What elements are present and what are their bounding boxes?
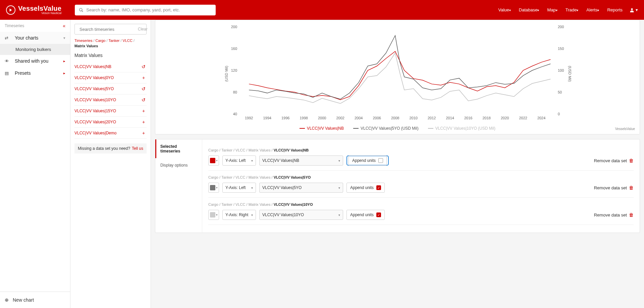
trash-icon: 🗑: [629, 212, 634, 218]
series-item[interactable]: VLCC|VV Values|Demo+: [74, 128, 147, 139]
main-content: 4080120160200050100150200199219941996199…: [151, 20, 644, 308]
series-color-picker[interactable]: ▾: [208, 183, 219, 193]
trash-icon: 🗑: [629, 185, 634, 190]
series-group-title: Matrix Values: [74, 53, 147, 58]
series-label-input[interactable]: VLCC|VV Values|5YO▾: [259, 183, 343, 193]
series-item[interactable]: VLCC|VV Values|10YO↺: [74, 95, 147, 106]
svg-text:0: 0: [558, 112, 560, 116]
series-panel: Clear Timeseries/Cargo/Tanker/VLCC/ Matr…: [70, 20, 151, 308]
add-icon[interactable]: +: [141, 75, 147, 80]
svg-text:2014: 2014: [446, 116, 454, 120]
append-units-toggle[interactable]: Append units✓: [346, 183, 385, 193]
add-icon[interactable]: +: [141, 119, 147, 125]
chart-card: 4080120160200050100150200199219941996199…: [155, 20, 640, 134]
undo-icon[interactable]: ↺: [141, 97, 147, 103]
svg-text:2004: 2004: [355, 116, 363, 120]
tell-us-link[interactable]: Tell us: [132, 146, 143, 151]
user-icon: [629, 7, 635, 13]
list-icon: ▤: [5, 71, 11, 76]
collapse-nav-icon[interactable]: «: [63, 23, 65, 28]
eye-icon: 👁: [5, 59, 11, 64]
app-header: VesselsValue Veson Nautical Value▾Databa…: [0, 0, 644, 20]
dataset-breadcrumb: Cargo / Tanker / VLCC / Matrix Values / …: [208, 175, 634, 179]
series-item[interactable]: VLCC|VV Values|20YO+: [74, 117, 147, 128]
user-menu[interactable]: ▾: [629, 7, 638, 13]
series-item[interactable]: VLCC|VV Values|0YO+: [74, 72, 147, 83]
nav-your-charts[interactable]: ⇄ Your charts ▾: [0, 32, 70, 44]
global-search[interactable]: [75, 5, 216, 15]
remove-dataset-button[interactable]: Remove data set🗑: [594, 185, 634, 190]
svg-line-1: [82, 10, 83, 12]
new-chart-button[interactable]: ⊕ New chart: [0, 292, 70, 308]
chart-credit: VesselsValue: [615, 127, 635, 131]
svg-text:120: 120: [231, 68, 237, 72]
dataset-breadcrumb: Cargo / Tanker / VLCC / Matrix Values / …: [208, 148, 634, 152]
svg-text:2022: 2022: [519, 116, 527, 120]
svg-text:200: 200: [558, 25, 564, 29]
series-item[interactable]: VLCC|VV Values|NB↺: [74, 61, 147, 72]
breadcrumb-link[interactable]: Timeseries: [74, 39, 92, 43]
breadcrumb-link[interactable]: VLCC: [123, 39, 132, 43]
swap-icon: ⇄: [5, 36, 11, 41]
svg-text:200: 200: [231, 25, 237, 29]
nav-alerts[interactable]: Alerts▾: [586, 7, 599, 12]
tab-display-options[interactable]: Display options: [155, 158, 202, 172]
svg-text:2020: 2020: [501, 116, 509, 120]
clear-button[interactable]: Clear: [138, 27, 148, 32]
svg-text:80: 80: [233, 90, 237, 94]
nav-database[interactable]: Database▾: [519, 7, 539, 12]
svg-text:2008: 2008: [391, 116, 399, 120]
svg-text:100: 100: [558, 68, 564, 72]
series-label-input[interactable]: VLCC|VV Values|NB▾: [259, 156, 343, 166]
svg-text:2002: 2002: [336, 116, 344, 120]
search-icon: [79, 8, 84, 12]
series-label-input[interactable]: VLCC|VV Values|10YO▾: [259, 210, 343, 220]
svg-text:1998: 1998: [300, 116, 308, 120]
legend-item[interactable]: VLCC|VV Values|NB: [300, 126, 344, 131]
brand-logo[interactable]: VesselsValue Veson Nautical: [6, 5, 61, 15]
add-icon[interactable]: +: [141, 130, 147, 136]
series-color-picker[interactable]: ▾: [208, 156, 219, 166]
series-item[interactable]: VLCC|VV Values|15YO+: [74, 106, 147, 117]
append-units-toggle[interactable]: Append units✓: [346, 210, 385, 220]
remove-dataset-button[interactable]: Remove data set🗑: [594, 158, 634, 163]
legend-item[interactable]: VLCC|VV Values|5YO (USD Mil): [353, 126, 419, 131]
y-axis-select[interactable]: Y-Axis: Right▾: [222, 210, 256, 220]
series-search[interactable]: Clear: [74, 24, 147, 35]
breadcrumb-link[interactable]: Cargo: [95, 39, 105, 43]
series-color-picker[interactable]: ▾: [208, 210, 219, 220]
svg-text:2010: 2010: [409, 116, 417, 120]
nav-reports[interactable]: Reports: [607, 7, 623, 12]
y-axis-select[interactable]: Y-Axis: Left▾: [222, 183, 256, 193]
remove-dataset-button[interactable]: Remove data set🗑: [594, 212, 634, 218]
nav-chart-item[interactable]: Monitoring bulkers: [0, 44, 70, 55]
svg-text:160: 160: [231, 47, 237, 51]
legend-item[interactable]: VLCC|VV Values|10YO (USD Mil): [428, 126, 495, 131]
undo-icon[interactable]: ↺: [141, 64, 147, 69]
side-nav: Timeseries « ⇄ Your charts ▾ Monitoring …: [0, 20, 70, 308]
nav-value[interactable]: Value▾: [498, 7, 511, 12]
svg-text:1994: 1994: [263, 116, 271, 120]
nav-shared[interactable]: 👁 Shared with you ▸: [0, 55, 70, 67]
nav-trade[interactable]: Trade▾: [566, 7, 578, 12]
svg-point-0: [79, 8, 82, 11]
brand-sub: Veson Nautical: [18, 12, 61, 15]
undo-icon[interactable]: ↺: [141, 86, 147, 91]
search-input[interactable]: [86, 7, 212, 12]
nav-presets[interactable]: ▤ Presets ▸: [0, 67, 70, 79]
y-axis-select[interactable]: Y-Axis: Left▾: [222, 156, 256, 166]
nav-map[interactable]: Map▾: [547, 7, 557, 12]
svg-text:2016: 2016: [464, 116, 472, 120]
add-icon[interactable]: +: [141, 108, 147, 114]
series-item[interactable]: VLCC|VV Values|5YO↺: [74, 83, 147, 95]
svg-text:(USD Mil): (USD Mil): [568, 66, 572, 82]
breadcrumb-link[interactable]: Tanker: [108, 39, 119, 43]
series-search-input[interactable]: [79, 27, 136, 32]
tab-selected-timeseries[interactable]: Selected timeseries: [155, 139, 202, 158]
chevron-down-icon: ▾: [636, 7, 638, 12]
svg-text:50: 50: [558, 90, 562, 94]
line-chart[interactable]: 4080120160200050100150200199219941996199…: [159, 23, 636, 124]
append-units-toggle[interactable]: Append units: [346, 156, 389, 166]
brand-name: VesselsValue: [18, 5, 61, 12]
svg-text:2024: 2024: [537, 116, 545, 120]
